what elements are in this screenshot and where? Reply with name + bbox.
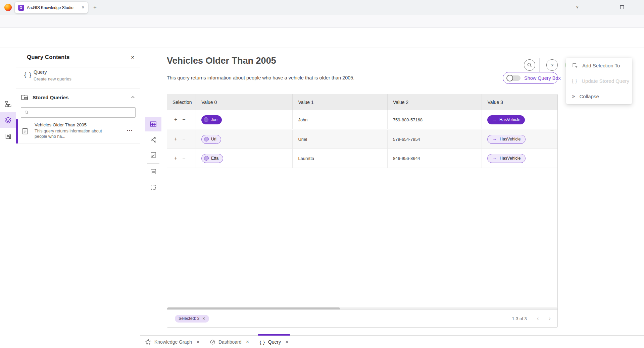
select-features-icon[interactable]: [145, 164, 161, 179]
cell-value2: 578-654-7854: [388, 130, 482, 149]
add-selection-icon[interactable]: +: [174, 136, 177, 142]
clear-selection-icon[interactable]: ✕: [202, 316, 205, 321]
stored-query-desc-line1: This query returns information about: [35, 129, 102, 133]
tab-label: Knowledge Graph: [154, 339, 192, 345]
window-maximize-icon[interactable]: [620, 5, 624, 9]
tab-knowledge-graph[interactable]: Knowledge Graph ✕: [145, 336, 200, 348]
braces-icon: { }: [24, 71, 32, 78]
window-minimize-icon[interactable]: —: [603, 4, 608, 9]
next-page-button[interactable]: ›: [549, 315, 551, 322]
arrow-right-icon: →: [492, 137, 497, 141]
panel-close-icon[interactable]: ✕: [131, 55, 135, 60]
pagination-info: 1-3 of 3: [512, 316, 527, 321]
remove-selection-icon[interactable]: −: [182, 136, 185, 142]
col-header-value2[interactable]: Value 2: [388, 94, 482, 110]
query-item-sublabel: Create new queries: [34, 76, 71, 81]
selected-count-chip[interactable]: Selected: 3 ✕: [175, 315, 209, 323]
table-row: +− Etta Lauretta 846-956-8644 →HasVehicl…: [167, 149, 557, 168]
entity-pill[interactable]: Uri: [201, 135, 221, 144]
col-header-value0[interactable]: Value 0: [196, 94, 293, 110]
menu-item-label: Update Stored Query: [582, 78, 629, 84]
tab-close-icon[interactable]: ✕: [246, 340, 249, 344]
menu-item-label: Collapse: [579, 94, 599, 99]
tab-close-icon[interactable]: ✕: [196, 340, 200, 344]
col-header-value1[interactable]: Value 1: [293, 94, 388, 110]
search-button[interactable]: [524, 59, 535, 71]
divider: [16, 89, 140, 89]
toggle-label: Show Query Box: [524, 75, 561, 81]
arrow-right-icon: →: [492, 117, 496, 122]
content-tab-bar: Knowledge Graph ✕ Dashboard ✕ { } Query …: [140, 335, 644, 348]
table-options-menu: Add Selection To { } Update Stored Query…: [566, 58, 632, 104]
marquee-select-icon[interactable]: [145, 180, 161, 195]
selected-indicator: [16, 119, 18, 143]
remove-selection-icon[interactable]: −: [182, 117, 185, 123]
app-header: Certification Project ? PL publisher2 la…: [0, 27, 644, 48]
relationship-pill[interactable]: →HasVehicle: [487, 115, 525, 124]
braces-icon: { }: [260, 340, 265, 345]
col-header-value3[interactable]: Value 3: [482, 94, 557, 110]
query-item-label: Query: [34, 69, 47, 75]
divider: [16, 67, 140, 67]
toggle-switch[interactable]: [506, 75, 521, 81]
table-row: +− Uri Uriel 578-654-7854 →HasVehicle: [167, 130, 557, 149]
cell-value1: Uriel: [293, 130, 388, 149]
braces-icon: { }: [572, 78, 577, 83]
cell-value2: 846-956-8644: [388, 149, 482, 168]
table-footer: Selected: 3 ✕ 1-3 of 3 ‹ ›: [167, 309, 557, 327]
cell-value1: Lauretta: [293, 149, 388, 168]
browser-tab[interactable]: ArcGIS Knowledge Studio ✕: [15, 2, 88, 13]
query-contents-panel: Query Contents ✕ { } Query Create new qu…: [16, 48, 140, 348]
entity-dot-icon: [204, 117, 208, 122]
stored-queries-title: Stored Queries: [33, 95, 69, 100]
toolbar-divider: [147, 163, 159, 164]
relationship-pill[interactable]: →HasVehicle: [487, 154, 526, 163]
new-tab-button[interactable]: +: [93, 4, 97, 11]
menu-item-update-stored-query[interactable]: { } Update Stored Query: [566, 73, 632, 89]
query-results-table: Selection Value 0 Value 1 Value 2 Value …: [167, 94, 558, 328]
selected-count-label: Selected: 3: [179, 316, 200, 321]
layers-icon[interactable]: [0, 112, 16, 128]
data-model-icon[interactable]: [0, 96, 16, 112]
tab-close-icon[interactable]: ✕: [285, 340, 289, 344]
item-options-menu-icon[interactable]: ···: [127, 127, 133, 133]
menu-item-add-selection-to[interactable]: Add Selection To: [566, 58, 632, 73]
tab-label: Query: [268, 339, 281, 345]
previous-page-button[interactable]: ‹: [537, 315, 539, 322]
stored-query-list-item[interactable]: Vehicles Older Than 2005 This query retu…: [16, 119, 140, 143]
collapse-section-icon[interactable]: [131, 95, 135, 100]
save-icon[interactable]: [0, 128, 16, 144]
browser-tab-strip: ArcGIS Knowledge Studio ✕ + ∨ —: [0, 0, 644, 15]
lasso-select-icon[interactable]: [145, 148, 161, 162]
tab-dashboard[interactable]: Dashboard ✕: [210, 336, 249, 348]
active-tab-indicator: [258, 334, 290, 336]
header-divider: [539, 58, 540, 73]
stored-queries-search-input[interactable]: [21, 107, 136, 118]
relationship-pill[interactable]: →HasVehicle: [487, 135, 526, 144]
cell-value1: John: [293, 110, 388, 129]
tab-close-icon[interactable]: ✕: [82, 5, 85, 10]
stored-query-doc-icon: [22, 128, 28, 135]
show-query-box-toggle[interactable]: Show Query Box: [503, 72, 558, 84]
entity-dot-icon: [204, 137, 209, 141]
left-icon-rail: »: [0, 48, 16, 348]
firefox-logo-icon[interactable]: [4, 4, 12, 11]
add-selection-icon[interactable]: +: [174, 155, 177, 161]
help-button[interactable]: ?: [546, 59, 558, 71]
remove-selection-icon[interactable]: −: [182, 155, 185, 161]
table-row: +− Joe John 759-889-57168 →HasVehicle: [167, 110, 557, 129]
stored-query-title: Vehicles Older Than 2005: [35, 122, 87, 127]
arrow-right-icon: →: [492, 156, 497, 161]
entity-pill[interactable]: Etta: [201, 154, 223, 163]
link-chart-icon[interactable]: [145, 132, 161, 147]
add-selection-icon[interactable]: +: [174, 117, 177, 123]
entity-pill[interactable]: Joe: [201, 115, 222, 124]
list-tabs-icon[interactable]: ∨: [576, 5, 579, 9]
menu-item-collapse[interactable]: » Collapse: [566, 89, 632, 104]
tab-query[interactable]: { } Query ✕: [260, 336, 289, 348]
app-window: ArcGIS Knowledge Studio ✕ + ∨ — ← → http…: [0, 0, 644, 348]
browser-nav-bar: ← → https://dev0028833.esri.com/portal/a…: [0, 15, 644, 27]
table-view-icon[interactable]: [145, 117, 161, 131]
tab-label: Dashboard: [218, 339, 242, 345]
col-header-selection[interactable]: Selection: [167, 94, 196, 110]
